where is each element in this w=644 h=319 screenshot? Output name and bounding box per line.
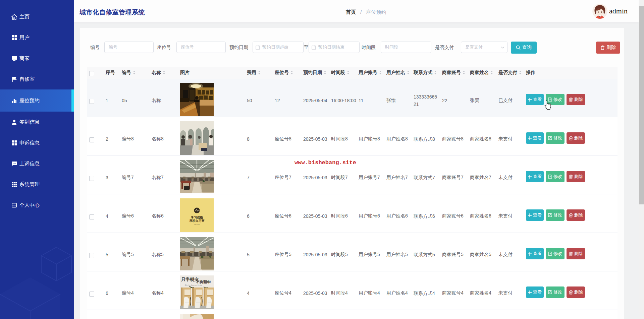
svg-text:不负韶华: 不负韶华 xyxy=(196,280,211,284)
svg-text:厚积自习室: 厚积自习室 xyxy=(189,219,205,222)
svg-text:After the dispersed the sky: After the dispersed the sky xyxy=(185,284,203,286)
svg-text:沉浸式学习: 沉浸式学习 xyxy=(194,224,200,225)
svg-text:学习成瘾: 学习成瘾 xyxy=(191,216,203,219)
